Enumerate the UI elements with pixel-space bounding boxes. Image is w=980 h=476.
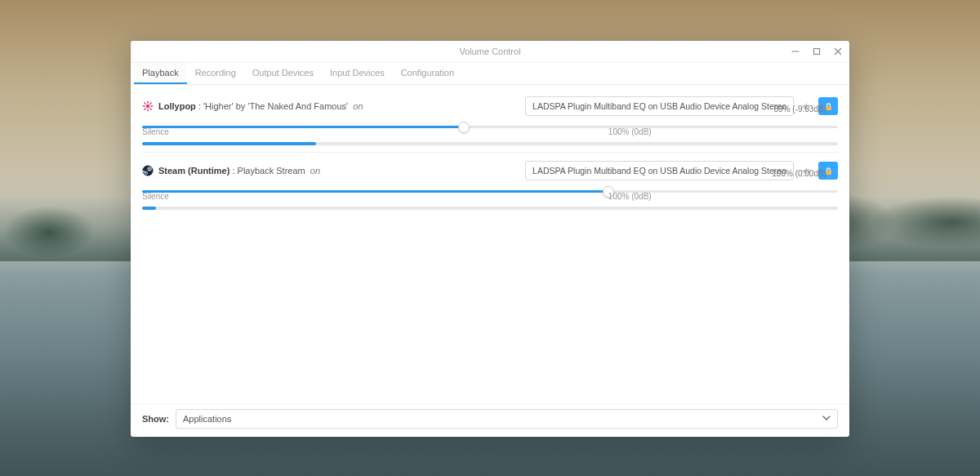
show-label: Show:: [142, 414, 169, 424]
stream-row: Steam (Runtime) : Playback Stream on LAD…: [142, 152, 838, 216]
close-button[interactable]: [831, 45, 844, 58]
volume-readout: 69% (-9.63dB): [774, 105, 826, 113]
stream-title: Steam (Runtime) : Playback Stream on: [158, 166, 520, 176]
stream-app-name: Steam (Runtime): [158, 166, 229, 176]
stream-app-name: Lollypop: [158, 101, 196, 111]
close-icon: [834, 47, 842, 56]
titlebar: Volume Control: [131, 41, 849, 63]
footer-bar: Show: Applications: [131, 403, 849, 437]
show-select[interactable]: Applications: [176, 409, 838, 429]
svg-line-12: [145, 109, 145, 109]
silence-label: Silence: [142, 127, 169, 136]
tab-recording[interactable]: Recording: [187, 63, 244, 84]
device-select[interactable]: LADSPA Plugin Multiband EQ on USB Audio …: [525, 161, 794, 180]
stream-detail: : Playback Stream: [232, 166, 305, 176]
tab-input-devices[interactable]: Input Devices: [322, 63, 393, 84]
tab-playback[interactable]: Playback: [134, 63, 187, 84]
svg-line-10: [150, 109, 151, 109]
volume-slider-block: 100% (0.00dB) Silence 100% (0dB): [142, 184, 838, 210]
volume-slider[interactable]: Silence 100% (0dB): [142, 184, 838, 198]
maximize-icon: [813, 47, 821, 56]
minimize-button[interactable]: [789, 45, 802, 58]
volume-control-window: Volume Control Playback Recording Output…: [131, 41, 849, 437]
svg-point-15: [143, 166, 154, 176]
stream-row: Lollypop : 'Higher' by 'The Naked And Fa…: [142, 91, 838, 152]
volume-readout: 100% (0.00dB): [772, 169, 826, 178]
stream-on-label: on: [310, 166, 320, 176]
minimize-icon: [791, 47, 800, 56]
svg-point-17: [149, 168, 150, 170]
vu-meter: [142, 142, 838, 145]
maximize-button[interactable]: [810, 45, 823, 58]
window-controls: [789, 41, 844, 62]
show-select-value: Applications: [183, 414, 231, 424]
hundred-label: 100% (0dB): [608, 127, 652, 136]
device-select-value: LADSPA Plugin Multiband EQ on USB Audio …: [532, 101, 786, 111]
hundred-label: 100% (0dB): [608, 192, 652, 201]
stream-detail: : 'Higher' by 'The Naked And Famous': [198, 101, 348, 111]
stream-on-label: on: [353, 101, 363, 111]
steam-icon: [142, 165, 154, 176]
svg-rect-1: [814, 49, 820, 55]
svg-line-11: [150, 103, 151, 104]
volume-slider[interactable]: Silence 100% (0dB): [142, 119, 838, 134]
svg-line-9: [145, 103, 145, 104]
vu-meter: [142, 207, 838, 210]
window-title: Volume Control: [459, 47, 520, 56]
tab-configuration[interactable]: Configuration: [393, 63, 462, 84]
chevron-down-icon: [822, 414, 831, 424]
volume-slider-block: 69% (-9.63dB) Silence 100% (0dB): [142, 119, 838, 145]
lollypop-icon: [142, 100, 154, 112]
tab-output-devices[interactable]: Output Devices: [244, 63, 322, 84]
svg-point-4: [146, 105, 149, 108]
silence-label: Silence: [142, 192, 169, 201]
stream-header: Lollypop : 'Higher' by 'The Naked And Fa…: [142, 96, 838, 116]
tab-bar: Playback Recording Output Devices Input …: [131, 63, 849, 85]
content-area: Lollypop : 'Higher' by 'The Naked And Fa…: [131, 85, 849, 403]
device-select-value: LADSPA Plugin Multiband EQ on USB Audio …: [532, 166, 786, 176]
device-select[interactable]: LADSPA Plugin Multiband EQ on USB Audio …: [525, 96, 794, 116]
stream-header: Steam (Runtime) : Playback Stream on LAD…: [142, 161, 838, 180]
stream-title: Lollypop : 'Higher' by 'The Naked And Fa…: [158, 101, 520, 111]
